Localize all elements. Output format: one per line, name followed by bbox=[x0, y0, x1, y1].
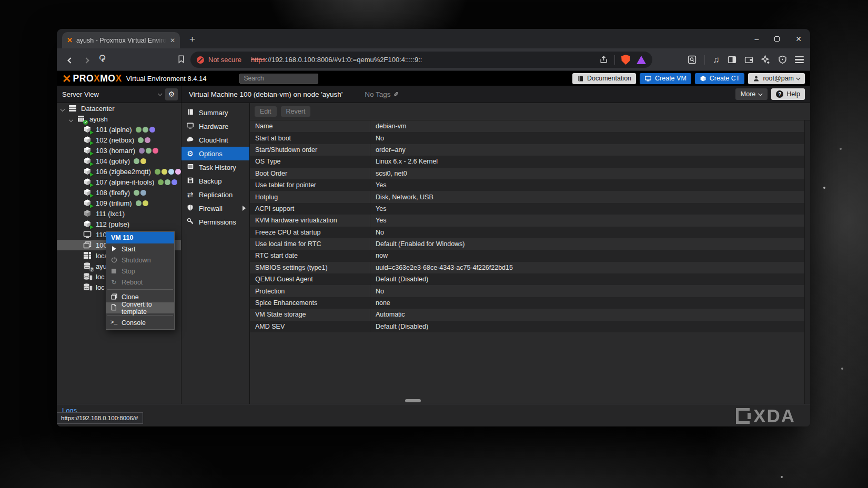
table-row[interactable]: ACPI supportYes bbox=[250, 203, 804, 215]
tag-dots bbox=[136, 200, 148, 206]
table-row[interactable]: KVM hardware virtualizationYes bbox=[250, 215, 804, 226]
context-menu-title: VM 110 bbox=[106, 232, 174, 243]
search-input[interactable] bbox=[239, 74, 318, 84]
tree-item-vm-103[interactable]: 103 (homarr) bbox=[57, 145, 181, 156]
task-history-icon bbox=[186, 163, 194, 171]
tree-item-vm-101[interactable]: 101 (alpine) bbox=[57, 124, 181, 135]
nav-options[interactable]: ⚙ Options bbox=[181, 147, 249, 160]
vertical-scrollbar[interactable] bbox=[804, 120, 810, 404]
window-maximize-button[interactable] bbox=[774, 35, 780, 43]
media-icon[interactable]: ♫ bbox=[713, 55, 720, 64]
tag-dots bbox=[155, 169, 181, 175]
table-row[interactable]: VM State storageAutomatic bbox=[250, 309, 804, 320]
table-row[interactable]: HotplugDisk, Network, USB bbox=[250, 191, 804, 202]
nav-backup[interactable]: Backup bbox=[181, 174, 249, 188]
question-icon: ? bbox=[776, 90, 783, 98]
more-button[interactable]: More bbox=[735, 88, 768, 100]
brave-rewards-icon[interactable] bbox=[637, 56, 646, 64]
user-menu-button[interactable]: root@pam bbox=[748, 73, 805, 84]
tree-item-node-ayush[interactable]: ✓ ayush bbox=[57, 114, 181, 124]
nav-replication[interactable]: ⇄ Replication bbox=[181, 188, 249, 201]
edit-button: Edit bbox=[255, 106, 277, 117]
nav-cloud-init[interactable]: Cloud-Init bbox=[181, 133, 249, 147]
guest-running-icon bbox=[83, 188, 93, 197]
leo-ai-sparkle-icon[interactable] bbox=[761, 55, 770, 64]
forward-icon[interactable] bbox=[84, 55, 88, 65]
chevron-down-icon bbox=[796, 76, 800, 80]
table-row[interactable]: Use tablet for pointerYes bbox=[250, 179, 804, 191]
menu-item-console[interactable]: >_ Console bbox=[106, 317, 174, 328]
share-icon[interactable] bbox=[599, 55, 608, 64]
sidebar-toggle-icon[interactable] bbox=[728, 55, 736, 64]
tree-item-vm-107[interactable]: 107 (alpine-it-tools) bbox=[57, 177, 181, 187]
edit-tags-icon[interactable]: ✎ bbox=[393, 90, 399, 98]
tree-settings-button[interactable]: ⚙ bbox=[165, 88, 178, 100]
nav-summary[interactable]: Summary bbox=[181, 106, 249, 119]
search-tabs-icon[interactable] bbox=[688, 55, 697, 64]
vpn-shield-icon[interactable] bbox=[778, 55, 787, 64]
horizontal-scrollbar-thumb[interactable] bbox=[405, 399, 421, 402]
create-vm-button[interactable]: Create VM bbox=[640, 73, 691, 84]
wallet-icon[interactable] bbox=[744, 55, 753, 64]
guest-running-icon bbox=[83, 167, 93, 176]
menu-icon[interactable] bbox=[795, 56, 804, 64]
bookmark-icon[interactable] bbox=[177, 55, 186, 64]
tag-dots bbox=[136, 127, 155, 133]
menu-item-start[interactable]: Start bbox=[106, 243, 174, 255]
nav-permissions[interactable]: Permissions bbox=[181, 215, 249, 229]
guest-running-icon bbox=[83, 178, 93, 186]
documentation-button[interactable]: Documentation bbox=[572, 73, 636, 84]
table-row[interactable]: Spice Enhancementsnone bbox=[250, 297, 804, 309]
stop-icon bbox=[110, 268, 117, 274]
table-row[interactable]: AMD SEVDefault (Disabled) bbox=[250, 321, 804, 332]
server-view-select[interactable]: Server View bbox=[62, 90, 99, 98]
expand-icon[interactable] bbox=[69, 115, 77, 123]
tree-item-datacenter[interactable]: Datacenter bbox=[57, 103, 181, 114]
menu-separator bbox=[107, 289, 173, 290]
tag-dots bbox=[158, 179, 177, 185]
tree-item-vm-104[interactable]: 104 (gotify) bbox=[57, 156, 181, 166]
nav-firewall[interactable]: Firewall bbox=[181, 201, 249, 215]
page-title: Virtual Machine 100 (debian-vm) on node … bbox=[189, 90, 342, 98]
table-row[interactable]: Start at bootNo bbox=[250, 132, 804, 144]
window-minimize-button[interactable]: – bbox=[754, 35, 759, 43]
table-row[interactable]: QEMU Guest AgentDefault (Disabled) bbox=[250, 273, 804, 285]
window-close-button[interactable]: ✕ bbox=[795, 35, 802, 43]
table-row[interactable]: Start/Shutdown orderorder=any bbox=[250, 144, 804, 156]
table-row[interactable]: Freeze CPU at startupNo bbox=[250, 227, 804, 238]
brave-shield-icon[interactable] bbox=[621, 55, 630, 65]
tag-dots bbox=[134, 158, 146, 164]
table-row[interactable]: RTC start datenow bbox=[250, 250, 804, 261]
table-row[interactable]: Boot Orderscsi0, net0 bbox=[250, 168, 804, 179]
tree-item-vm-106[interactable]: 106 (zigbee2mqtt) bbox=[57, 166, 181, 177]
table-row[interactable]: Use local time for RTCDefault (Enabled f… bbox=[250, 238, 804, 250]
table-row[interactable]: ProtectionNo bbox=[250, 285, 804, 297]
reload-icon[interactable]: ⟳ bbox=[96, 54, 108, 62]
tree-item-ct-112[interactable]: 112 (pulse) bbox=[57, 219, 181, 229]
xda-watermark: XDA bbox=[736, 406, 795, 425]
not-secure-label: Not secure bbox=[208, 56, 241, 64]
replication-icon: ⇄ bbox=[186, 190, 194, 199]
nav-task-history[interactable]: Task History bbox=[181, 160, 249, 174]
backup-icon bbox=[186, 177, 194, 186]
table-row[interactable]: Namedebian-vm bbox=[250, 120, 804, 132]
guest-stopped-icon bbox=[83, 209, 93, 218]
table-row[interactable]: SMBIOS settings (type1)uuid=c363e2e3-68c… bbox=[250, 262, 804, 273]
back-icon[interactable] bbox=[68, 55, 73, 65]
menu-item-convert-to-template[interactable]: Convert to template bbox=[106, 302, 174, 313]
tree-item-ct-111[interactable]: 111 (lxc1) bbox=[57, 208, 181, 219]
expand-icon[interactable] bbox=[61, 105, 68, 113]
tree-item-vm-109[interactable]: 109 (trilium) bbox=[57, 198, 181, 208]
create-ct-button[interactable]: Create CT bbox=[695, 73, 745, 84]
context-menu: VM 110 Start Shutdown Stop ↻ Reboot Clon… bbox=[106, 231, 175, 330]
book-icon bbox=[577, 75, 584, 82]
tree-item-vm-108[interactable]: 108 (firefly) bbox=[57, 187, 181, 198]
url-bar[interactable]: Not secure https://192.168.0.100:8006/#v… bbox=[190, 52, 652, 68]
browser-tab[interactable]: ✕ ayush - Proxmox Virtual Environ ✕ bbox=[62, 32, 180, 48]
nav-hardware[interactable]: Hardware bbox=[181, 119, 249, 133]
table-row[interactable]: OS TypeLinux 6.x - 2.6 Kernel bbox=[250, 156, 804, 167]
tab-close-icon[interactable]: ✕ bbox=[170, 37, 175, 44]
tree-item-vm-102[interactable]: 102 (netbox) bbox=[57, 135, 181, 145]
new-tab-button[interactable]: + bbox=[189, 32, 195, 47]
help-button[interactable]: ?Help bbox=[771, 88, 805, 100]
